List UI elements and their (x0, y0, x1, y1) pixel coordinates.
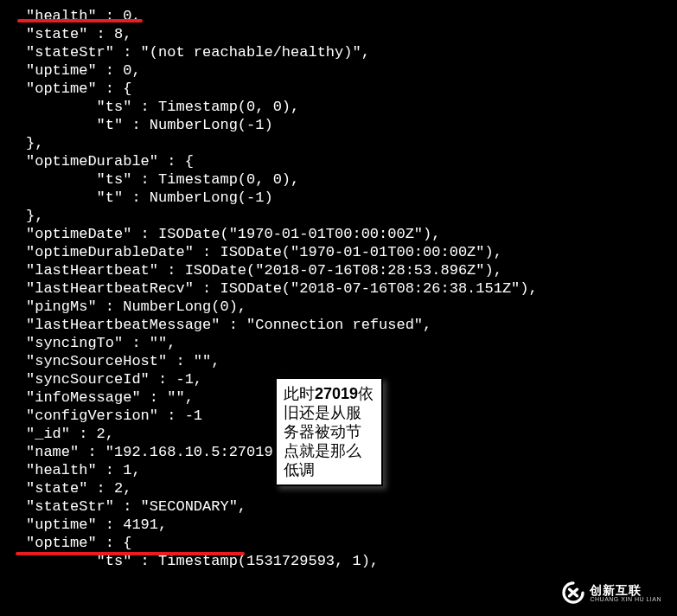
code-line: "lastHeartbeatRecv" : ISODate("2018-07-1… (26, 279, 677, 298)
code-line: "syncingTo" : "", (26, 334, 677, 352)
code-line: }, (26, 134, 677, 152)
code-line: "stateStr" : "SECONDARY", (26, 497, 677, 516)
annotation-callout: 此时27019依旧还是从服务器被动节点就是那么低调 (275, 377, 383, 486)
logo-en: CHUANG XIN HU LIAN (590, 596, 661, 602)
code-line: "lastHeartbeatMessage" : "Connection ref… (26, 316, 677, 334)
code-line: "t" : NumberLong(-1) (26, 189, 677, 207)
code-line: "ts" : Timestamp(0, 0), (26, 98, 677, 116)
logo-text: 创新互联 CHUANG XIN HU LIAN (590, 584, 661, 602)
code-line: "state" : 8, (26, 25, 677, 43)
highlight-underline (17, 19, 143, 22)
code-line: "lastHeartbeat" : ISODate("2018-07-16T08… (26, 261, 677, 279)
logo-icon (562, 581, 584, 604)
code-line: "optime" : { (26, 534, 677, 552)
highlight-underline (16, 552, 245, 555)
code-line: "optimeDate" : ISODate("1970-01-01T00:00… (26, 225, 677, 243)
annotation-port: 27019 (315, 385, 358, 402)
logo-cn: 创新互联 (590, 584, 661, 596)
code-line: "optimeDurable" : { (26, 152, 677, 170)
annotation-prefix: 此时 (284, 385, 315, 402)
code-line: "stateStr" : "(not reachable/healthy)", (26, 43, 677, 61)
code-line: "syncSourceHost" : "", (26, 352, 677, 370)
code-line: "ts" : Timestamp(0, 0), (26, 170, 677, 189)
code-line: "t" : NumberLong(-1) (26, 116, 677, 134)
code-line: "uptime" : 0, (26, 61, 677, 80)
code-line: "pingMs" : NumberLong(0), (26, 298, 677, 316)
code-line: }, (26, 207, 677, 225)
code-line: "optime" : { (26, 80, 677, 98)
watermark-logo: 创新互联 CHUANG XIN HU LIAN (562, 581, 661, 604)
code-line: "uptime" : 4191, (26, 516, 677, 534)
code-line: "optimeDurableDate" : ISODate("1970-01-0… (26, 243, 677, 261)
